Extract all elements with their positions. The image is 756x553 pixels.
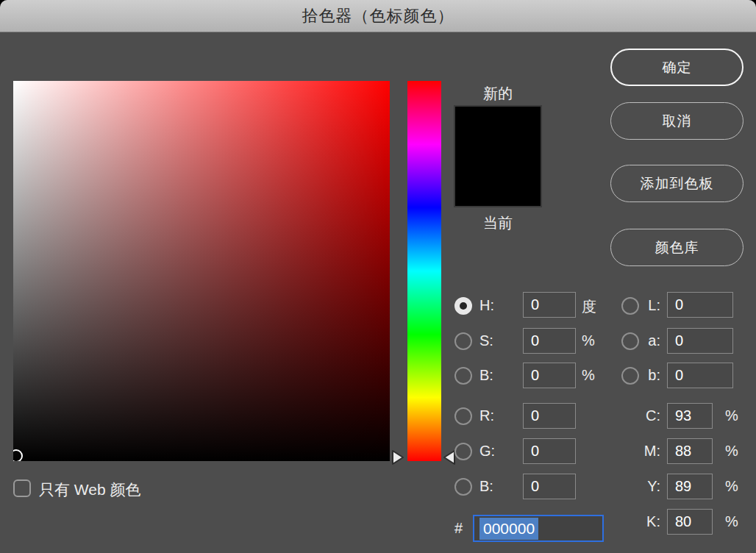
hue-slider[interactable] <box>407 81 441 461</box>
k-label: K: <box>631 513 660 530</box>
l-label: L: <box>631 297 660 314</box>
r-input[interactable] <box>523 403 576 429</box>
b-input[interactable] <box>523 363 576 388</box>
b-rgb-radio[interactable] <box>454 478 472 496</box>
s-unit: % <box>582 332 595 349</box>
c-input[interactable] <box>667 403 713 429</box>
b-label: B: <box>479 367 493 384</box>
m-input[interactable] <box>667 438 713 464</box>
new-color-label: 新的 <box>454 84 542 104</box>
k-input[interactable] <box>667 509 713 535</box>
color-field-marker-icon[interactable] <box>13 449 23 461</box>
y-label: Y: <box>631 478 660 495</box>
b-lab-label: b: <box>631 367 660 384</box>
hex-selected-text: 000000 <box>479 518 538 540</box>
y-unit: % <box>725 478 738 495</box>
b-rgb-label: B: <box>479 478 493 495</box>
g-radio[interactable] <box>454 443 472 460</box>
color-libraries-button[interactable]: 颜色库 <box>610 229 743 266</box>
color-picker-dialog: 拾色器（色标颜色） 新的 当前 确定 取消 添加到色板 颜色库 H: 度 S: … <box>0 0 756 553</box>
m-label: M: <box>631 443 660 460</box>
hue-slider-left-arrow-icon[interactable] <box>389 446 405 468</box>
l-input[interactable] <box>667 292 733 318</box>
new-color-swatch <box>455 107 541 157</box>
h-label: H: <box>479 297 494 314</box>
k-unit: % <box>725 513 738 530</box>
b-unit: % <box>582 367 595 384</box>
b-lab-input[interactable] <box>667 363 733 388</box>
dialog-titlebar[interactable]: 拾色器（色标颜色） <box>0 0 756 32</box>
c-label: C: <box>631 407 660 424</box>
saturation-brightness-field[interactable] <box>13 81 390 461</box>
b-radio[interactable] <box>454 367 472 385</box>
hex-label: # <box>454 520 463 537</box>
b-rgb-input[interactable] <box>523 474 576 499</box>
s-label: S: <box>479 332 493 349</box>
dialog-title: 拾色器（色标颜色） <box>302 5 454 27</box>
g-input[interactable] <box>523 438 576 464</box>
current-color-label: 当前 <box>454 213 542 233</box>
a-label: a: <box>631 332 660 349</box>
color-preview-swatch <box>454 105 542 207</box>
cancel-button[interactable]: 取消 <box>610 102 743 140</box>
only-web-colors-checkbox[interactable] <box>13 479 31 497</box>
g-label: G: <box>479 443 495 460</box>
hex-input[interactable]: 000000 <box>473 515 604 542</box>
current-color-swatch[interactable] <box>455 157 541 207</box>
r-label: R: <box>479 407 494 424</box>
h-radio[interactable] <box>454 297 472 315</box>
s-input[interactable] <box>523 328 576 354</box>
add-to-swatches-button[interactable]: 添加到色板 <box>610 165 743 202</box>
only-web-colors-label: 只有 Web 颜色 <box>39 479 140 500</box>
h-unit: 度 <box>582 297 596 317</box>
m-unit: % <box>725 443 738 460</box>
s-radio[interactable] <box>454 332 472 350</box>
c-unit: % <box>725 407 738 424</box>
y-input[interactable] <box>667 474 713 499</box>
a-input[interactable] <box>667 328 733 354</box>
ok-button[interactable]: 确定 <box>610 49 743 86</box>
r-radio[interactable] <box>454 407 472 425</box>
h-input[interactable] <box>523 292 576 318</box>
